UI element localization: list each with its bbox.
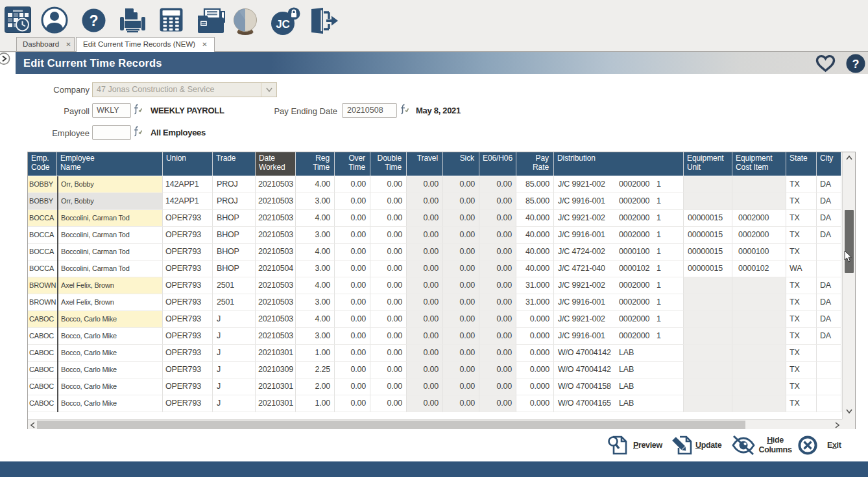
svg-text:?: ? [89, 12, 98, 29]
svg-text:JC: JC [276, 18, 290, 30]
svg-text:?: ? [852, 58, 860, 71]
